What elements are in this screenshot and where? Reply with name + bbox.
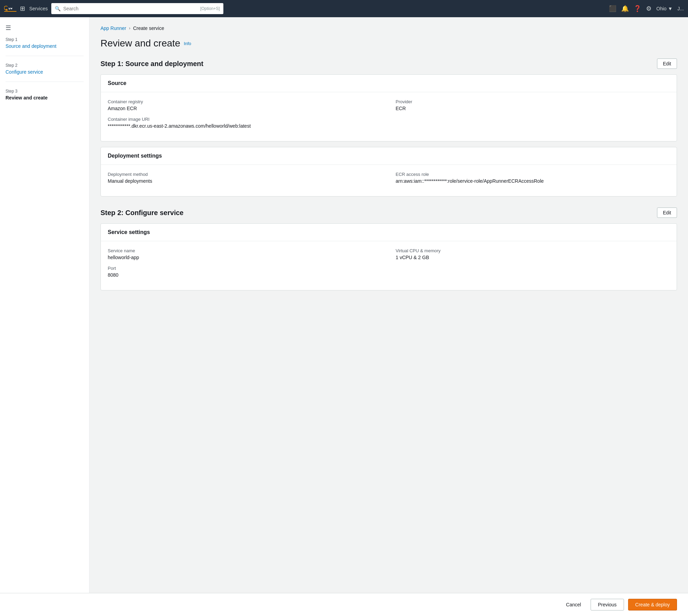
- source-grid: Container registry Amazon ECR Provider E…: [108, 99, 670, 117]
- aws-logo[interactable]: [4, 2, 17, 15]
- step2-edit-button[interactable]: Edit: [657, 208, 677, 218]
- deployment-method-field: Deployment method Manual deployments: [108, 172, 382, 184]
- step1-label: Step 1: [6, 37, 84, 42]
- service-settings-card: Service settings Service name helloworld…: [100, 223, 677, 290]
- page-layout: ☰ Step 1 Source and deployment Step 2 Co…: [0, 17, 688, 616]
- deployment-card: Deployment settings Deployment method Ma…: [100, 147, 677, 197]
- services-label[interactable]: Services: [29, 6, 48, 11]
- search-shortcut: [Option+S]: [200, 6, 220, 11]
- container-image-uri-value: ************.dkr.ecr.us-east-2.amazonaws…: [108, 123, 670, 129]
- step2-header: Step 2: Configure service Edit: [100, 208, 677, 218]
- help-icon[interactable]: ❓: [634, 5, 641, 12]
- sidebar-step2-link[interactable]: Configure service: [6, 69, 43, 75]
- user-menu[interactable]: J...: [677, 6, 684, 11]
- ecr-access-role-label: ECR access role: [396, 172, 670, 177]
- page-title: Review and create: [100, 38, 180, 49]
- port-field: Port 8080: [108, 266, 670, 278]
- ecr-access-role-value: arn:aws:iam::************:role/service-r…: [396, 178, 670, 184]
- step1-edit-button[interactable]: Edit: [657, 59, 677, 69]
- step2-label: Step 2: [6, 63, 84, 68]
- source-card: Source Container registry Amazon ECR Pro…: [100, 74, 677, 141]
- sidebar-step1-link[interactable]: Source and deployment: [6, 43, 56, 49]
- container-registry-value: Amazon ECR: [108, 106, 382, 111]
- footer-bar: Cancel Previous Create & deploy: [0, 593, 688, 616]
- deployment-method-label: Deployment method: [108, 172, 382, 177]
- previous-button[interactable]: Previous: [591, 599, 624, 610]
- step2-section: Step 2: Configure service Edit Service s…: [100, 208, 677, 290]
- create-deploy-button[interactable]: Create & deploy: [628, 599, 677, 610]
- container-registry-label: Container registry: [108, 99, 382, 104]
- search-icon: 🔍: [55, 6, 61, 11]
- source-section-title: Source: [101, 75, 677, 92]
- container-image-uri-field: Container image URI ************.dkr.ecr…: [108, 117, 670, 129]
- step1-section: Step 1: Source and deployment Edit Sourc…: [100, 59, 677, 197]
- main-content: App Runner › Create service Review and c…: [89, 17, 688, 616]
- bell-icon[interactable]: 🔔: [621, 5, 629, 12]
- step1-title: Step 1: Source and deployment: [100, 60, 203, 68]
- search-input[interactable]: [63, 6, 198, 11]
- service-name-field: Service name helloworld-app: [108, 248, 382, 260]
- port-label: Port: [108, 266, 670, 271]
- service-settings-grid: Service name helloworld-app Virtual CPU …: [108, 248, 670, 266]
- sidebar-step3-current: Review and create: [6, 95, 84, 100]
- sidebar-step-1: Step 1 Source and deployment: [6, 37, 84, 56]
- breadcrumb-separator: ›: [129, 26, 130, 31]
- container-registry-field: Container registry Amazon ECR: [108, 99, 382, 111]
- menu-icon[interactable]: ☰: [6, 24, 84, 32]
- breadcrumb-parent[interactable]: App Runner: [100, 25, 126, 31]
- deployment-card-body: Deployment method Manual deployments ECR…: [101, 165, 677, 196]
- vcpu-field: Virtual CPU & memory 1 vCPU & 2 GB: [396, 248, 670, 260]
- service-name-label: Service name: [108, 248, 382, 253]
- svg-rect-0: [4, 11, 17, 12]
- vcpu-label: Virtual CPU & memory: [396, 248, 670, 253]
- nav-right-actions: ⬛ 🔔 ❓ ⚙ Ohio ▼ J...: [609, 5, 684, 12]
- service-name-value: helloworld-app: [108, 255, 382, 260]
- deployment-section-title: Deployment settings: [101, 147, 677, 165]
- sidebar-step-3: Step 3 Review and create: [6, 89, 84, 107]
- vcpu-value: 1 vCPU & 2 GB: [396, 255, 670, 260]
- step2-title: Step 2: Configure service: [100, 209, 183, 217]
- breadcrumb-current: Create service: [133, 25, 164, 31]
- grid-icon[interactable]: ⊞: [20, 5, 25, 12]
- search-bar[interactable]: 🔍 [Option+S]: [51, 3, 223, 14]
- provider-label: Provider: [396, 99, 670, 104]
- port-value: 8080: [108, 272, 670, 278]
- source-card-body: Container registry Amazon ECR Provider E…: [101, 92, 677, 141]
- deployment-grid: Deployment method Manual deployments ECR…: [108, 172, 670, 189]
- terminal-icon[interactable]: ⬛: [609, 5, 616, 12]
- region-selector[interactable]: Ohio ▼: [656, 6, 673, 11]
- deployment-method-value: Manual deployments: [108, 178, 382, 184]
- settings-icon[interactable]: ⚙: [646, 5, 652, 12]
- ecr-access-role-field: ECR access role arn:aws:iam::***********…: [396, 172, 670, 184]
- page-title-row: Review and create Info: [100, 38, 677, 49]
- provider-field: Provider ECR: [396, 99, 670, 111]
- breadcrumb: App Runner › Create service: [100, 25, 677, 31]
- info-link[interactable]: Info: [184, 41, 191, 46]
- top-navigation: ⊞ Services 🔍 [Option+S] ⬛ 🔔 ❓ ⚙ Ohio ▼ J…: [0, 0, 688, 17]
- step1-header: Step 1: Source and deployment Edit: [100, 59, 677, 69]
- sidebar: ☰ Step 1 Source and deployment Step 2 Co…: [0, 17, 89, 616]
- service-settings-body: Service name helloworld-app Virtual CPU …: [101, 241, 677, 290]
- service-settings-title: Service settings: [101, 224, 677, 241]
- sidebar-step-2: Step 2 Configure service: [6, 63, 84, 82]
- cancel-button[interactable]: Cancel: [561, 599, 587, 610]
- step3-label: Step 3: [6, 89, 84, 94]
- provider-value: ECR: [396, 106, 670, 111]
- container-image-uri-label: Container image URI: [108, 117, 670, 122]
